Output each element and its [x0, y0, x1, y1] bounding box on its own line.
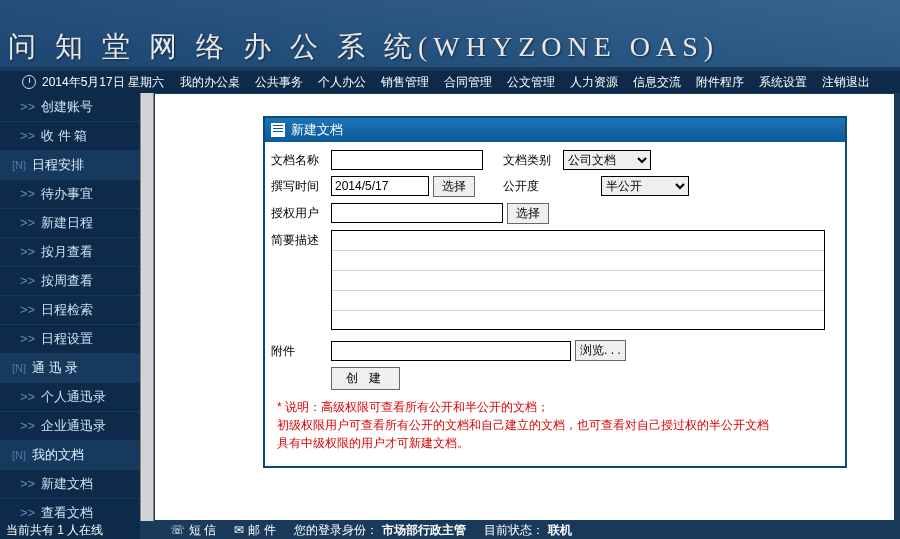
- group-icon: [N]: [12, 449, 26, 461]
- nav-hr[interactable]: 人力资源: [570, 74, 618, 91]
- chevron-icon: >>: [20, 505, 35, 520]
- sidebar-label: 新建文档: [41, 476, 93, 491]
- sidebar-item-11[interactable]: >>企业通迅录: [0, 412, 140, 441]
- sms-icon: ☏: [170, 523, 185, 537]
- chevron-icon: >>: [20, 186, 35, 201]
- group-icon: [N]: [12, 362, 26, 374]
- browse-button[interactable]: 浏览. . .: [575, 340, 626, 361]
- chevron-icon: >>: [20, 331, 35, 346]
- authuser-input[interactable]: [331, 203, 503, 223]
- create-button[interactable]: 创 建: [331, 367, 400, 390]
- row-create: 创 建: [271, 367, 839, 390]
- sidebar-label: 新建日程: [41, 215, 93, 230]
- docname-input[interactable]: [331, 150, 483, 170]
- desc-label: 简要描述: [271, 230, 331, 249]
- chevron-icon: >>: [20, 476, 35, 491]
- writetime-label: 撰写时间: [271, 176, 331, 195]
- public-label: 公开度: [503, 176, 563, 195]
- sidebar-item-13[interactable]: >>新建文档: [0, 470, 140, 499]
- row-authuser: 授权用户 选择: [271, 203, 839, 224]
- nav-attach[interactable]: 附件程序: [696, 74, 744, 91]
- mail-icon: ✉: [234, 523, 244, 537]
- sms-link[interactable]: ☏短 信: [170, 522, 216, 539]
- sidebar-label: 查看文档: [41, 505, 93, 520]
- mail-link[interactable]: ✉邮 件: [234, 522, 275, 539]
- row-docname: 文档名称 文档类别 公司文档: [271, 150, 839, 170]
- sidebar-label: 日程设置: [41, 331, 93, 346]
- chevron-icon: >>: [20, 389, 35, 404]
- sidebar-label: 通 迅 录: [32, 360, 78, 375]
- public-select[interactable]: 半公开: [601, 176, 689, 196]
- nav-info[interactable]: 信息交流: [633, 74, 681, 91]
- authuser-label: 授权用户: [271, 203, 331, 222]
- desc-textarea[interactable]: [331, 230, 825, 330]
- group-icon: [N]: [12, 159, 26, 171]
- top-nav: 我的办公桌 公共事务 个人办公 销售管理 合同管理 公文管理 人力资源 信息交流…: [168, 71, 900, 93]
- sidebar: >>创建账号>>收 件 箱[N]日程安排>>待办事宜>>新建日程>>按月查看>>…: [0, 93, 140, 521]
- panel-title-bar: 新建文档: [265, 118, 845, 142]
- sidebar-label: 收 件 箱: [41, 128, 87, 143]
- sidebar-item-9[interactable]: [N]通 迅 录: [0, 354, 140, 383]
- chevron-icon: >>: [20, 418, 35, 433]
- authuser-select-button[interactable]: 选择: [507, 203, 549, 224]
- clock-icon: [22, 75, 36, 89]
- row-desc: 简要描述: [271, 230, 839, 330]
- writetime-input[interactable]: [331, 176, 429, 196]
- chevron-icon: >>: [20, 215, 35, 230]
- doctype-select[interactable]: 公司文档: [563, 150, 651, 170]
- sidebar-item-2[interactable]: [N]日程安排: [0, 151, 140, 180]
- chevron-icon: >>: [20, 273, 35, 288]
- sidebar-item-4[interactable]: >>新建日程: [0, 209, 140, 238]
- sidebar-item-12[interactable]: [N]我的文档: [0, 441, 140, 470]
- row-writetime: 撰写时间 选择 公开度 半公开: [271, 176, 839, 197]
- attach-input[interactable]: [331, 341, 571, 361]
- sidebar-label: 企业通迅录: [41, 418, 106, 433]
- nav-desktop[interactable]: 我的办公桌: [180, 74, 240, 91]
- sidebar-label: 我的文档: [32, 447, 84, 462]
- panel-title: 新建文档: [291, 121, 343, 139]
- sidebar-label: 创建账号: [41, 99, 93, 114]
- sidebar-label: 按月查看: [41, 244, 93, 259]
- sidebar-item-1[interactable]: >>收 件 箱: [0, 122, 140, 151]
- chevron-icon: >>: [20, 302, 35, 317]
- sidebar-item-6[interactable]: >>按周查看: [0, 267, 140, 296]
- writetime-select-button[interactable]: 选择: [433, 176, 475, 197]
- sidebar-label: 按周查看: [41, 273, 93, 288]
- nav-sales[interactable]: 销售管理: [381, 74, 429, 91]
- nav-docs[interactable]: 公文管理: [507, 74, 555, 91]
- sidebar-item-3[interactable]: >>待办事宜: [0, 180, 140, 209]
- sidebar-item-5[interactable]: >>按月查看: [0, 238, 140, 267]
- form-body: 文档名称 文档类别 公司文档 撰写时间 选择 公开度 半公开 授权用户 选择 简…: [265, 142, 845, 466]
- sidebar-label: 日程检索: [41, 302, 93, 317]
- app-title: 问 知 堂 网 络 办 公 系 统(WHYZONE OAS): [8, 28, 719, 66]
- notes: * 说明：高级权限可查看所有公开和半公开的文档； 初级权限用户可查看所有公开的文…: [271, 396, 839, 458]
- sidebar-item-8[interactable]: >>日程设置: [0, 325, 140, 354]
- sidebar-item-7[interactable]: >>日程检索: [0, 296, 140, 325]
- footer: 当前共有 1 人在线 ☏短 信 ✉邮 件 您的登录身份：市场部行政主管 目前状态…: [0, 521, 900, 539]
- nav-settings[interactable]: 系统设置: [759, 74, 807, 91]
- row-attach: 附件 浏览. . .: [271, 340, 839, 361]
- status: 目前状态：联机: [484, 522, 572, 539]
- sidebar-label: 日程安排: [32, 157, 84, 172]
- login-identity: 您的登录身份：市场部行政主管: [294, 522, 466, 539]
- sidebar-label: 待办事宜: [41, 186, 93, 201]
- sidebar-item-10[interactable]: >>个人通迅录: [0, 383, 140, 412]
- splitter[interactable]: [140, 93, 154, 521]
- date-text: 2014年5月17日 星期六: [42, 74, 164, 91]
- header: 问 知 堂 网 络 办 公 系 统(WHYZONE OAS): [0, 0, 900, 67]
- sidebar-label: 个人通迅录: [41, 389, 106, 404]
- document-icon: [271, 123, 285, 137]
- nav-personal[interactable]: 个人办公: [318, 74, 366, 91]
- sidebar-item-14[interactable]: >>查看文档: [0, 499, 140, 521]
- nav-logout[interactable]: 注销退出: [822, 74, 870, 91]
- online-count: 当前共有 1 人在线: [0, 522, 140, 539]
- nav-contract[interactable]: 合同管理: [444, 74, 492, 91]
- note-line3: 具有中级权限的用户才可新建文档。: [277, 434, 833, 452]
- note-line1: * 说明：高级权限可查看所有公开和半公开的文档；: [277, 398, 833, 416]
- sidebar-item-0[interactable]: >>创建账号: [0, 93, 140, 122]
- chevron-icon: >>: [20, 244, 35, 259]
- footer-mid: ☏短 信 ✉邮 件 您的登录身份：市场部行政主管 目前状态：联机: [140, 521, 900, 539]
- attach-label: 附件: [271, 341, 331, 360]
- docname-label: 文档名称: [271, 150, 331, 169]
- nav-public[interactable]: 公共事务: [255, 74, 303, 91]
